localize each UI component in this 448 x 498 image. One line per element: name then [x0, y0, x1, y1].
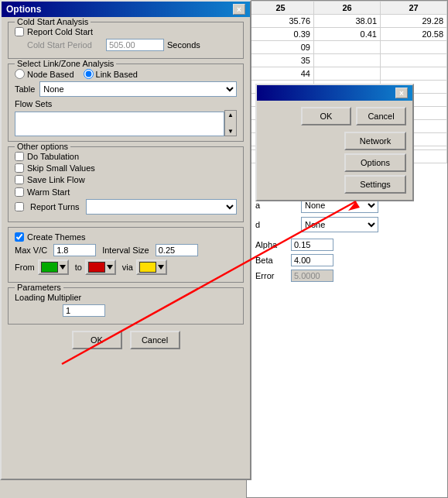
- scroll-down-icon[interactable]: ▼: [227, 128, 234, 135]
- node-based-label: Node Based: [27, 70, 74, 79]
- loading-multiplier-label: Loading Multiplier: [15, 293, 81, 302]
- cell-r2c3: 20.58: [381, 28, 447, 41]
- link-zone-title: Select Link/Zone Analysis: [15, 59, 116, 68]
- link-zone-group: Select Link/Zone Analysis Node Based Lin…: [8, 64, 244, 142]
- options-buttons: OK Cancel: [8, 331, 244, 349]
- cell-extra-3: 44: [248, 67, 314, 81]
- options-dialog: Options × Cold Start Analysis Report Col…: [0, 0, 251, 480]
- settings-tab-button[interactable]: Settings: [344, 175, 406, 194]
- interval-size-label: Interval Size: [102, 246, 149, 255]
- beta-row: Beta: [255, 254, 441, 266]
- node-based-radio[interactable]: [15, 69, 25, 79]
- secondary-cancel-button[interactable]: Cancel: [356, 107, 406, 125]
- dropdown-label-2: a: [255, 201, 298, 210]
- create-themes-checkbox[interactable]: [15, 232, 24, 242]
- flow-sets-label: Flow Sets: [15, 99, 52, 108]
- error-input: [291, 270, 333, 282]
- network-tab-button[interactable]: Network: [344, 132, 406, 150]
- secondary-btn-row: OK Cancel: [263, 107, 406, 125]
- link-based-label: Link Based: [96, 70, 138, 79]
- secondary-dialog: × OK Cancel Network Options Settings: [255, 84, 414, 201]
- seconds-label: Seconds: [167, 40, 200, 50]
- cell-r2c1: 0.39: [248, 28, 314, 41]
- options-tab-button[interactable]: Options: [344, 153, 406, 172]
- do-tabulation-checkbox[interactable]: [15, 152, 24, 161]
- report-cold-start-label: Report Cold Start: [27, 27, 93, 36]
- col-header-27: 27: [381, 2, 447, 15]
- other-options-group: Other options Do Tabulation Skip Small V…: [8, 146, 244, 222]
- to-color-swatch: [88, 262, 105, 273]
- to-color-button[interactable]: [85, 259, 116, 275]
- cold-start-group: Cold Start Analysis Report Cold Start Co…: [8, 22, 244, 59]
- max-vc-input[interactable]: [53, 244, 96, 256]
- cancel-button[interactable]: Cancel: [130, 331, 180, 349]
- cold-start-period-input[interactable]: [106, 39, 164, 51]
- from-color-swatch: [41, 262, 58, 273]
- dropdown-label-3: d: [255, 220, 298, 229]
- report-turns-checkbox[interactable]: [15, 202, 24, 211]
- ok-button[interactable]: OK: [72, 331, 122, 349]
- secondary-close-button[interactable]: ×: [395, 88, 408, 98]
- secondary-title-bar: ×: [257, 85, 412, 101]
- error-label: Error: [255, 271, 286, 280]
- report-turns-select[interactable]: [86, 199, 237, 215]
- report-turns-label: Report Turns: [30, 202, 80, 211]
- via-color-swatch: [139, 262, 156, 273]
- beta-label: Beta: [255, 256, 286, 265]
- via-color-arrow: [158, 265, 164, 270]
- link-based-radio[interactable]: [84, 69, 94, 79]
- cell-extra-1: 09: [248, 41, 314, 54]
- report-cold-start-checkbox[interactable]: [15, 27, 24, 36]
- do-tabulation-label: Do Tabulation: [27, 152, 79, 161]
- cell-r1c2: 38.01: [314, 15, 381, 28]
- create-themes-group: Create Themes Max V/C Interval Size From…: [8, 227, 244, 283]
- from-label: From: [15, 263, 35, 272]
- cell-extra-2: 35: [248, 54, 314, 67]
- to-label: to: [75, 263, 82, 272]
- save-link-flow-label: Save Link Flow: [27, 175, 85, 184]
- options-title: Options: [6, 4, 41, 15]
- cold-start-title: Cold Start Analysis: [15, 17, 91, 26]
- options-close-button[interactable]: ×: [233, 4, 245, 15]
- table-select[interactable]: None: [39, 81, 237, 97]
- tab-buttons: Network Options Settings: [263, 132, 406, 194]
- create-themes-label: Create Themes: [27, 232, 86, 242]
- parameters-title: Parameters: [15, 283, 63, 292]
- from-color-arrow: [60, 265, 66, 270]
- secondary-ok-button[interactable]: OK: [301, 107, 351, 125]
- dropdown-row-3: d None: [255, 217, 441, 232]
- options-title-bar: Options ×: [2, 2, 250, 17]
- secondary-content: OK Cancel Network Options Settings: [257, 101, 412, 200]
- dropdown-select-3[interactable]: None: [301, 217, 378, 232]
- interval-size-input[interactable]: [156, 244, 198, 256]
- other-options-title: Other options: [15, 142, 70, 151]
- loading-multiplier-input[interactable]: [63, 304, 105, 317]
- max-vc-label: Max V/C: [15, 246, 47, 255]
- cold-start-period-label: Cold Start Period: [27, 40, 104, 50]
- skip-small-values-checkbox[interactable]: [15, 163, 24, 173]
- via-label: via: [122, 263, 133, 272]
- warm-start-label: Warm Start: [27, 187, 70, 197]
- error-row: Error: [255, 270, 441, 282]
- warm-start-checkbox[interactable]: [15, 187, 24, 197]
- via-color-button[interactable]: [136, 259, 167, 275]
- cell-r2c2: 0.41: [314, 28, 381, 41]
- table-label: Table: [15, 84, 35, 94]
- to-color-arrow: [107, 265, 113, 270]
- flow-sets-area: [15, 112, 224, 136]
- skip-small-values-label: Skip Small Values: [27, 163, 95, 173]
- from-color-button[interactable]: [38, 259, 69, 275]
- parameters-group: Parameters Loading Multiplier: [8, 287, 244, 325]
- col-header-26: 26: [314, 2, 381, 15]
- alpha-input[interactable]: [291, 239, 333, 251]
- alpha-row: Alpha: [255, 239, 441, 251]
- col-header-25: 25: [248, 2, 314, 15]
- save-link-flow-checkbox[interactable]: [15, 175, 24, 184]
- beta-input[interactable]: [291, 254, 333, 266]
- scroll-up-icon[interactable]: ▲: [227, 112, 234, 118]
- options-content: Cold Start Analysis Report Cold Start Co…: [2, 17, 250, 354]
- cell-r1c1: 35.76: [248, 15, 314, 28]
- alpha-label: Alpha: [255, 240, 286, 249]
- cell-r1c3: 29.28: [381, 15, 447, 28]
